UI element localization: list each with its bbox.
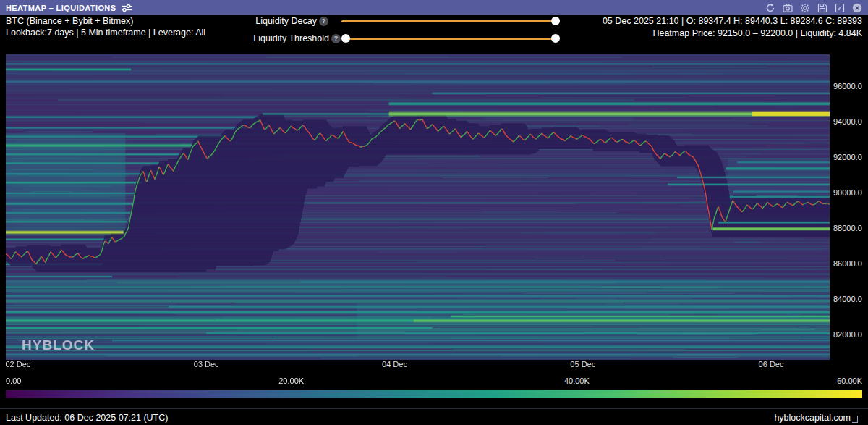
site-link-text: hyblockcapital.com [774,413,851,423]
site-logo-mark [852,416,858,423]
y-axis-label: 82000.0 [833,330,862,339]
help-icon[interactable]: ? [319,17,328,26]
heatmap-price-readout: Heatmap Price: 92150.0 – 92200.0 | Liqui… [652,28,862,38]
liquidation-heatmap-app: HEATMAP – LIQUIDATIONS BTC (Binance + By… [0,0,868,425]
colorbar-gradient [6,390,862,398]
x-axis-label: 05 Dec [570,360,595,369]
y-axis-label: 86000.0 [833,259,862,268]
colorbar-label: 40.00K [564,376,590,385]
x-axis-label: 06 Dec [759,360,784,369]
liquidity-threshold-handle-low[interactable] [341,34,350,43]
save-icon[interactable] [817,3,827,13]
y-axis-label: 96000.0 [833,82,862,91]
y-axis-label: 90000.0 [833,188,862,197]
colorbar-label: 20.00K [278,376,304,385]
fullscreen-icon[interactable] [835,3,845,13]
site-link[interactable]: hyblockcapital.com [774,413,858,423]
x-axis-label: 04 Dec [382,360,407,369]
lookback-settings-label: Lookback:7 days | 5 Min timeframe | Leve… [6,28,205,38]
settings-icon[interactable] [800,3,810,13]
hyblock-watermark: HYBLOCK [22,337,95,353]
ohlc-readout: 05 Dec 2025 21:10 | O: 89347.4 H: 89440.… [603,16,862,26]
liquidation-heatmap-canvas[interactable] [6,54,830,360]
titlebar-actions [765,0,862,15]
y-axis-label: 88000.0 [833,224,862,232]
liquidity-threshold-slider[interactable] [346,38,556,40]
page-title: HEATMAP – LIQUIDATIONS [6,4,116,12]
liquidity-decay-handle[interactable] [551,17,560,25]
x-axis-label: 03 Dec [194,360,219,369]
title-bar: HEATMAP – LIQUIDATIONS [0,0,868,15]
y-axis-label: 94000.0 [833,117,862,126]
info-bar: BTC (Binance + Bybit + Bitmex) Lookback:… [0,15,868,47]
liquidity-threshold-label: Liquidity Threshold [203,33,329,43]
y-axis-label: 92000.0 [833,153,862,161]
screenshot-icon[interactable] [783,3,793,13]
liquidity-decay-label: Liquidity Decay [203,16,317,26]
x-axis-label: 02 Dec [5,360,30,369]
symbol-label: BTC (Binance + Bybit + Bitmex) [6,16,133,26]
y-axis-label: 84000.0 [833,295,862,303]
footer-bar: Last Updated: 06 Dec 2025 07:21 (UTC) hy… [0,408,868,425]
sliders-icon[interactable] [121,4,132,12]
liquidity-decay-slider[interactable] [341,20,556,22]
close-icon[interactable] [852,3,862,13]
colorbar-label: 0.00 [6,376,21,385]
help-icon[interactable]: ? [331,34,341,43]
last-updated-label: Last Updated: 06 Dec 2025 07:21 (UTC) [6,413,168,423]
liquidity-threshold-handle-high[interactable] [551,34,560,43]
refresh-icon[interactable] [765,3,775,13]
colorbar-label: 60.00K [837,376,862,385]
